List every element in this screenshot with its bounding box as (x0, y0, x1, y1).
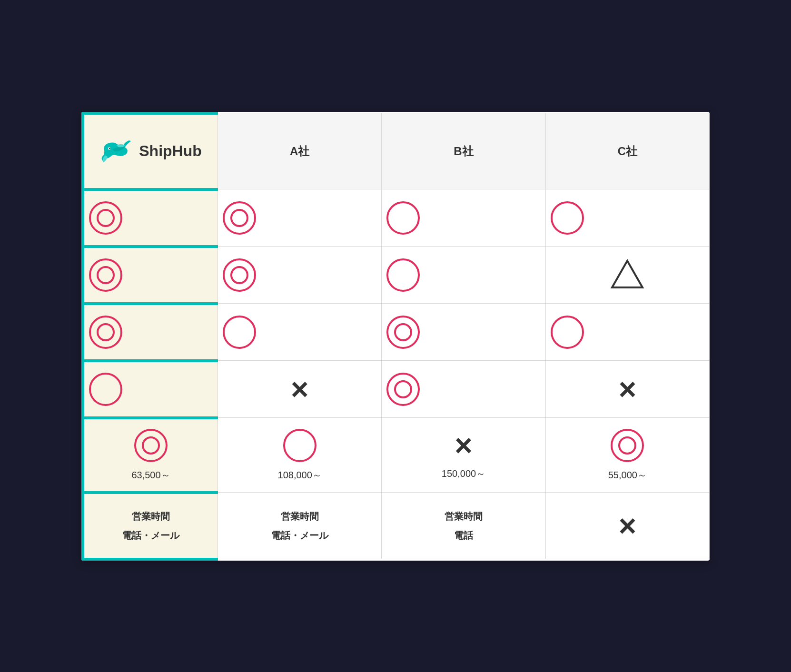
b-cell-row2 (382, 247, 545, 304)
c-cell-row2 (545, 247, 709, 304)
c-price: 55,000～ (608, 469, 647, 482)
double-circle-symbol (386, 316, 420, 349)
shiphub-bird-logo (100, 137, 133, 166)
data-row-1 (83, 189, 710, 247)
double-circle-symbol (223, 258, 256, 292)
b-support-line2: 電話 (454, 528, 473, 543)
double-circle-symbol (611, 429, 644, 462)
header-cell-c: C社 (545, 113, 709, 189)
cross-symbol: × (619, 372, 636, 406)
shiphub-cell-row5: 63,500～ (83, 418, 218, 493)
b-support-container: 営業時間 電話 (386, 509, 540, 543)
shiphub-price-container: 63,500～ (89, 429, 213, 482)
a-cell-row4: × (218, 361, 382, 418)
c-cell-row1 (545, 189, 709, 247)
shiphub-support-line2: 電話・メール (122, 528, 179, 543)
c-cell-row3 (545, 304, 709, 361)
b-price: 150,000～ (442, 467, 485, 480)
shiphub-support-container: 営業時間 電話・メール (89, 509, 213, 543)
single-circle-symbol (386, 258, 420, 292)
logo-text: ShipHub (139, 142, 202, 160)
shiphub-logo-cell: ShipHub (83, 113, 218, 189)
data-row-5-price: 63,500～ 108,000～ × 150,000～ 55,000～ (83, 418, 710, 493)
a-cell-row2 (218, 247, 382, 304)
double-circle-symbol (89, 201, 122, 235)
data-row-4: × × (83, 361, 710, 418)
double-circle-symbol (386, 373, 420, 406)
a-price: 108,000～ (278, 469, 322, 482)
b-support-line1: 営業時間 (445, 509, 483, 524)
shiphub-cell-row2 (83, 247, 218, 304)
c-cell-row4: × (545, 361, 709, 418)
double-circle-symbol (89, 316, 122, 349)
header-row: ShipHub A社 B社 C社 (83, 113, 710, 189)
a-price-container: 108,000～ (223, 429, 376, 482)
single-circle-symbol (551, 201, 584, 235)
cross-symbol: × (455, 430, 472, 461)
double-circle-symbol (89, 258, 122, 292)
c-cell-row6: × (545, 493, 709, 559)
a-cell-row6: 営業時間 電話・メール (218, 493, 382, 559)
shiphub-cell-row6: 営業時間 電話・メール (83, 493, 218, 559)
a-cell-row1 (218, 189, 382, 247)
header-cell-b: B社 (382, 113, 545, 189)
svg-point-1 (109, 148, 110, 149)
single-circle-symbol (283, 429, 316, 462)
single-circle-symbol (551, 316, 584, 349)
b-cell-row5: × 150,000～ (382, 418, 545, 493)
a-cell-row3 (218, 304, 382, 361)
shiphub-price: 63,500～ (131, 469, 170, 482)
double-circle-symbol (134, 429, 168, 462)
single-circle-symbol (223, 316, 256, 349)
c-cell-row5: 55,000～ (545, 418, 709, 493)
b-cell-row4 (382, 361, 545, 418)
data-row-6-support: 営業時間 電話・メール 営業時間 電話・メール 営業時間 電話 × (83, 493, 710, 559)
a-support-container: 営業時間 電話・メール (223, 509, 376, 543)
a-cell-row5: 108,000～ (218, 418, 382, 493)
cross-symbol: × (291, 372, 308, 406)
c-price-container: 55,000～ (551, 429, 704, 482)
single-circle-symbol (386, 201, 420, 235)
a-support-line1: 営業時間 (281, 509, 319, 524)
data-row-3 (83, 304, 710, 361)
data-row-2 (83, 247, 710, 304)
shiphub-cell-row4 (83, 361, 218, 418)
comparison-table: ShipHub A社 B社 C社 (81, 112, 710, 561)
shiphub-cell-row3 (83, 304, 218, 361)
triangle-symbol (610, 259, 644, 289)
b-cell-row3 (382, 304, 545, 361)
shiphub-cell-row1 (83, 189, 218, 247)
svg-marker-2 (612, 261, 643, 287)
b-cell-row1 (382, 189, 545, 247)
a-support-line2: 電話・メール (271, 528, 328, 543)
b-cell-row6: 営業時間 電話 (382, 493, 545, 559)
single-circle-symbol (89, 373, 122, 406)
comparison-table-wrapper: ShipHub A社 B社 C社 (81, 112, 710, 561)
header-cell-a: A社 (218, 113, 382, 189)
double-circle-symbol (223, 201, 256, 235)
cross-symbol: × (619, 509, 636, 543)
logo-container: ShipHub (89, 137, 213, 166)
b-price-container: × 150,000～ (386, 430, 540, 480)
shiphub-support-line1: 営業時間 (132, 509, 170, 524)
